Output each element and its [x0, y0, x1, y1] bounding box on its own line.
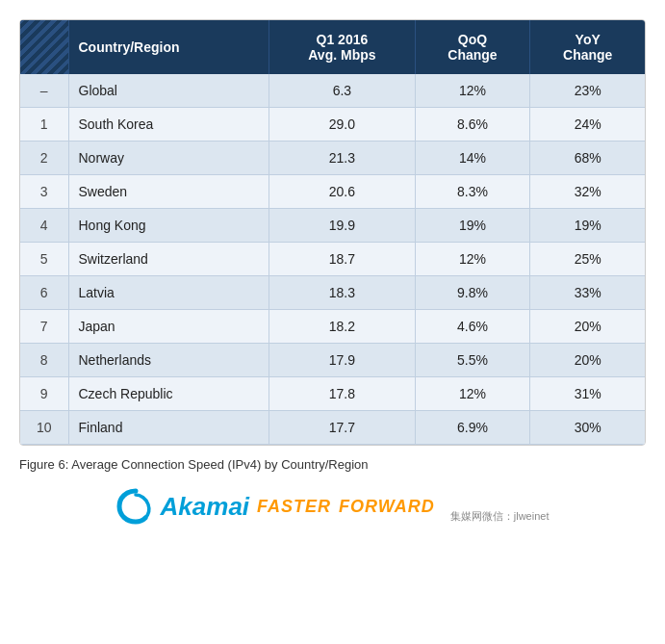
q1-cell: 29.0	[269, 108, 415, 142]
table-row: 1 South Korea 29.0 8.6% 24%	[20, 108, 645, 142]
table-row: 7 Japan 18.2 4.6% 20%	[20, 310, 645, 344]
qoq-cell: 9.8%	[415, 276, 530, 310]
table-row: 6 Latvia 18.3 9.8% 33%	[20, 276, 645, 310]
country-header: Country/Region	[68, 20, 269, 74]
akamai-logo: Akamai	[116, 487, 250, 526]
akamai-text: Akamai	[161, 492, 250, 522]
country-cell: Czech Republic	[68, 377, 269, 411]
yoy-cell: 20%	[530, 310, 645, 344]
rank-cell: 10	[20, 411, 68, 445]
faster-text: FASTER	[257, 497, 331, 517]
yoy-header: YoYChange	[530, 20, 645, 74]
watermark-text: 集媒网微信：jlweinet	[450, 509, 550, 526]
country-cell: Finland	[68, 411, 269, 445]
figure-caption: Figure 6: Average Connection Speed (IPv4…	[19, 457, 646, 472]
q1-cell: 18.3	[269, 276, 415, 310]
country-cell: South Korea	[68, 108, 269, 142]
country-cell: Latvia	[68, 276, 269, 310]
rank-cell: 3	[20, 175, 68, 209]
qoq-cell: 6.9%	[415, 411, 530, 445]
table-row: – Global 6.3 12% 23%	[20, 74, 645, 108]
q1-header: Q1 2016Avg. Mbps	[269, 20, 415, 74]
country-cell: Switzerland	[68, 243, 269, 276]
yoy-cell: 20%	[530, 344, 645, 377]
q1-cell: 18.2	[269, 310, 415, 344]
yoy-cell: 32%	[530, 175, 645, 209]
logo-area: Akamai FASTER FORWARD 集媒网微信：jlweinet	[19, 487, 646, 526]
q1-cell: 21.3	[269, 142, 415, 175]
yoy-cell: 19%	[530, 209, 645, 243]
yoy-cell: 24%	[530, 108, 645, 142]
akamai-swirl-icon	[116, 487, 155, 526]
country-cell: Hong Kong	[68, 209, 269, 243]
qoq-cell: 4.6%	[415, 310, 530, 344]
yoy-cell: 68%	[530, 142, 645, 175]
rank-cell: 2	[20, 142, 68, 175]
qoq-cell: 12%	[415, 377, 530, 411]
q1-cell: 20.6	[269, 175, 415, 209]
rank-cell: –	[20, 74, 68, 108]
qoq-cell: 5.5%	[415, 344, 530, 377]
qoq-cell: 12%	[415, 74, 530, 108]
country-cell: Global	[68, 74, 269, 108]
yoy-cell: 25%	[530, 243, 645, 276]
table-row: 9 Czech Republic 17.8 12% 31%	[20, 377, 645, 411]
table-row: 8 Netherlands 17.9 5.5% 20%	[20, 344, 645, 377]
qoq-cell: 12%	[415, 243, 530, 276]
country-cell: Sweden	[68, 175, 269, 209]
rank-cell: 1	[20, 108, 68, 142]
rank-cell: 6	[20, 276, 68, 310]
q1-cell: 19.9	[269, 209, 415, 243]
country-cell: Japan	[68, 310, 269, 344]
rank-cell: 7	[20, 310, 68, 344]
qoq-cell: 8.3%	[415, 175, 530, 209]
forward-text: FORWARD	[339, 497, 435, 517]
q1-cell: 17.7	[269, 411, 415, 445]
qoq-cell: 19%	[415, 209, 530, 243]
yoy-cell: 31%	[530, 377, 645, 411]
rank-cell: 9	[20, 377, 68, 411]
rank-header	[20, 20, 68, 74]
qoq-cell: 8.6%	[415, 108, 530, 142]
table-row: 3 Sweden 20.6 8.3% 32%	[20, 175, 645, 209]
q1-cell: 17.8	[269, 377, 415, 411]
rank-cell: 4	[20, 209, 68, 243]
yoy-cell: 23%	[530, 74, 645, 108]
yoy-cell: 30%	[530, 411, 645, 445]
data-table: Country/Region Q1 2016Avg. Mbps QoQChang…	[20, 20, 645, 445]
yoy-cell: 33%	[530, 276, 645, 310]
table-row: 2 Norway 21.3 14% 68%	[20, 142, 645, 175]
country-cell: Netherlands	[68, 344, 269, 377]
qoq-header: QoQChange	[415, 20, 530, 74]
main-table-wrapper: Country/Region Q1 2016Avg. Mbps QoQChang…	[19, 19, 646, 446]
rank-cell: 8	[20, 344, 68, 377]
table-row: 10 Finland 17.7 6.9% 30%	[20, 411, 645, 445]
q1-cell: 17.9	[269, 344, 415, 377]
table-row: 5 Switzerland 18.7 12% 25%	[20, 243, 645, 276]
table-row: 4 Hong Kong 19.9 19% 19%	[20, 209, 645, 243]
q1-cell: 18.7	[269, 243, 415, 276]
rank-cell: 5	[20, 243, 68, 276]
qoq-cell: 14%	[415, 142, 530, 175]
q1-cell: 6.3	[269, 74, 415, 108]
country-cell: Norway	[68, 142, 269, 175]
